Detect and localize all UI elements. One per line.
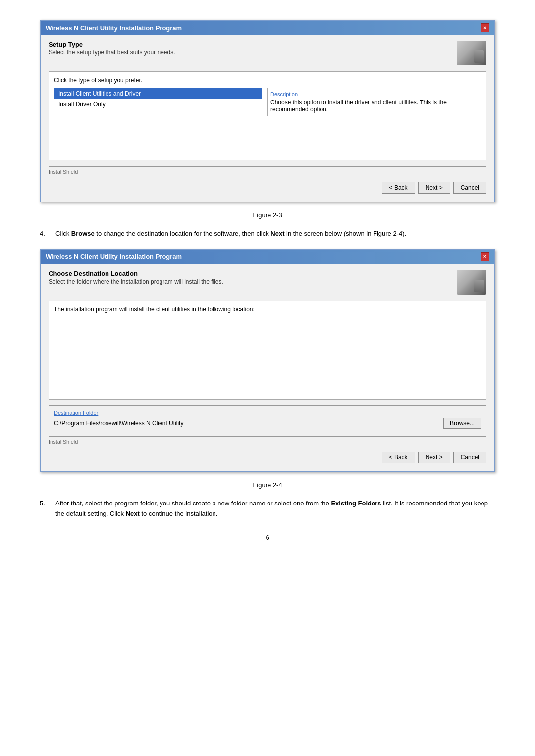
dialog3-options: Install Client Utilities and Driver Inst… bbox=[54, 88, 481, 116]
dialog3-next-button[interactable]: Next > bbox=[418, 182, 450, 194]
dialog4-close-button[interactable]: × bbox=[481, 252, 489, 261]
step4-text-after: to change the destination location for t… bbox=[95, 230, 271, 237]
step5-text1: After that, select the program folder, y… bbox=[55, 500, 331, 507]
dialog4-instruction: The installation program will install th… bbox=[54, 306, 481, 313]
dialog4-titlebar: Wireless N Client Utility Installation P… bbox=[41, 250, 494, 264]
dialog3-decorative-icon bbox=[457, 41, 486, 65]
dialog4-destination-label: Destination Folder bbox=[54, 410, 481, 416]
dialog4-body: Choose Destination Location Select the f… bbox=[41, 264, 494, 471]
figure4-dialog: Wireless N Client Utility Installation P… bbox=[40, 249, 495, 472]
figure3-dialog: Wireless N Client Utility Installation P… bbox=[40, 20, 495, 202]
dialog4-next-button[interactable]: Next > bbox=[418, 452, 450, 463]
dialog3-back-button[interactable]: < Back bbox=[382, 182, 415, 194]
step5-number: 5. bbox=[40, 499, 50, 519]
dialog4-destination-row: C:\Program Files\rosewill\Wireless N Cli… bbox=[54, 418, 481, 429]
option-install-driver-only[interactable]: Install Driver Only bbox=[54, 99, 262, 110]
dialog3-description-box: Description Choose this option to instal… bbox=[267, 88, 481, 116]
step4: 4. Click Browse to change the destinatio… bbox=[40, 229, 495, 239]
option-install-client-driver[interactable]: Install Client Utilities and Driver bbox=[54, 88, 262, 99]
step5: 5. After that, select the program folder… bbox=[40, 499, 495, 519]
dialog4-destination-path: C:\Program Files\rosewill\Wireless N Cli… bbox=[54, 420, 439, 427]
dialog3-title: Wireless N Client Utility Installation P… bbox=[46, 24, 182, 32]
dialog3-header-image bbox=[457, 41, 486, 65]
dialog3-body: Setup Type Select the setup type that be… bbox=[41, 35, 494, 202]
step5-bold2: Next bbox=[126, 510, 140, 517]
step5-text: After that, select the program folder, y… bbox=[55, 499, 495, 519]
dialog4-subtitle: Select the folder where the installation… bbox=[49, 278, 223, 285]
dialog3-description-text: Choose this option to install the driver… bbox=[270, 99, 478, 113]
step4-text-end: in the screen below (shown in Figure 2-4… bbox=[284, 230, 406, 237]
dialog4-buttons: < Back Next > Cancel bbox=[49, 450, 486, 465]
dialog3-content: Click the type of setup you prefer. Inst… bbox=[49, 71, 486, 160]
dialog4-header: Choose Destination Location Select the f… bbox=[49, 270, 486, 295]
dialog4-header-text: Choose Destination Location Select the f… bbox=[49, 270, 223, 285]
dialog3-close-button[interactable]: × bbox=[481, 23, 489, 32]
dialog4-installshield: InstallShield bbox=[49, 436, 486, 447]
dialog3-instruction: Click the type of setup you prefer. bbox=[54, 77, 481, 84]
dialog4-header-image bbox=[457, 270, 486, 295]
step4-browse-label: Browse bbox=[71, 230, 95, 237]
dialog3-installshield: InstallShield bbox=[49, 166, 486, 177]
dialog4-back-button[interactable]: < Back bbox=[382, 452, 415, 463]
dialog4-content: The installation program will install th… bbox=[49, 301, 486, 400]
step5-bold1: Existing Folders bbox=[331, 500, 381, 507]
dialog3-heading: Setup Type bbox=[49, 41, 175, 48]
dialog3-titlebar: Wireless N Client Utility Installation P… bbox=[41, 21, 494, 35]
page-content: Wireless N Client Utility Installation P… bbox=[40, 20, 495, 541]
dialog4-cancel-button[interactable]: Cancel bbox=[453, 452, 486, 463]
dialog3-header: Setup Type Select the setup type that be… bbox=[49, 41, 486, 65]
figure3-caption: Figure 2-3 bbox=[40, 211, 495, 219]
dialog3-buttons: < Back Next > Cancel bbox=[49, 180, 486, 196]
dialog3-options-list: Install Client Utilities and Driver Inst… bbox=[54, 88, 262, 116]
dialog4-decorative-icon bbox=[457, 270, 486, 295]
dialog4-title: Wireless N Client Utility Installation P… bbox=[46, 253, 182, 260]
dialog4-browse-button[interactable]: Browse... bbox=[443, 418, 481, 429]
dialog3-subtitle: Select the setup type that best suits yo… bbox=[49, 49, 175, 56]
step4-text: Click Browse to change the destination l… bbox=[55, 229, 495, 239]
dialog4-destination-section: Destination Folder C:\Program Files\rose… bbox=[49, 405, 486, 433]
dialog3-cancel-button[interactable]: Cancel bbox=[453, 182, 486, 194]
step4-number: 4. bbox=[40, 229, 50, 239]
step5-text3: to continue the installation. bbox=[140, 510, 218, 517]
dialog3-description-label: Description bbox=[270, 91, 478, 97]
dialog4-heading: Choose Destination Location bbox=[49, 270, 223, 277]
figure4-caption: Figure 2-4 bbox=[40, 481, 495, 489]
dialog3-header-text: Setup Type Select the setup type that be… bbox=[49, 41, 175, 56]
page-number: 6 bbox=[40, 534, 495, 541]
step4-next-label: Next bbox=[270, 230, 284, 237]
